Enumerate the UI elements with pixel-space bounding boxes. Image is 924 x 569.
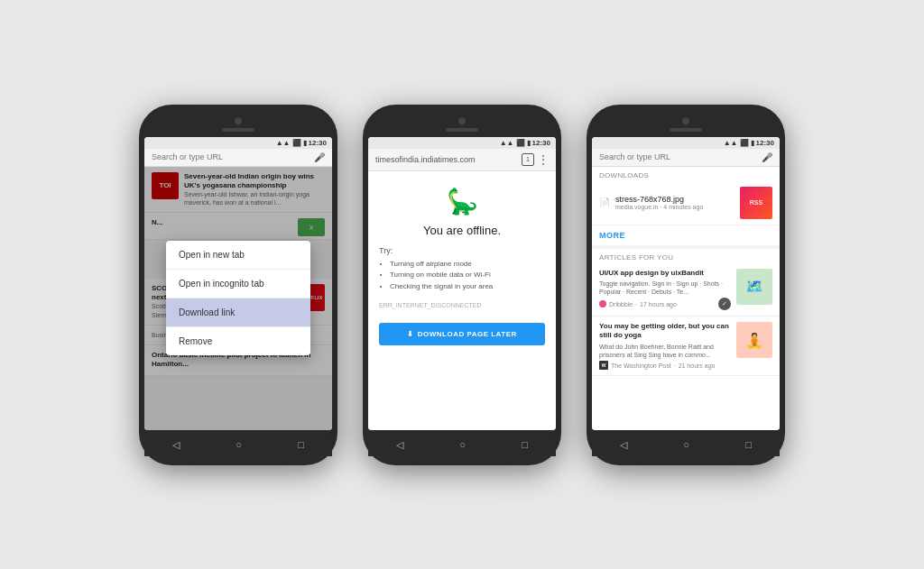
download-info: stress-768x768.jpg media.vogue.in · 4 mi… bbox=[615, 195, 735, 210]
dribbble-icon bbox=[599, 300, 606, 307]
article-time-2: 21 hours ago bbox=[679, 363, 716, 369]
back-btn-1[interactable]: ◁ bbox=[172, 439, 180, 451]
context-menu: Open in new tab Open in incognito tab Do… bbox=[166, 241, 310, 355]
status-bar-3: ▲▲ ⬛ ▮ 12:30 bbox=[592, 137, 780, 149]
mic-icon-3: 🎤 bbox=[762, 152, 772, 162]
home-btn-2[interactable]: ○ bbox=[459, 439, 466, 450]
article-dot-sep-1: · bbox=[635, 301, 637, 307]
tab-icon-2[interactable]: 1 bbox=[522, 153, 534, 166]
article-title-1: UI/UX app design by uixBandit bbox=[599, 269, 731, 278]
signal-icon-2: ▲▲ bbox=[500, 139, 514, 147]
phone-camera bbox=[235, 117, 242, 124]
phone-speaker-2 bbox=[446, 128, 478, 132]
article-item-1[interactable]: UI/UX app design by uixBandit Toggle nav… bbox=[592, 263, 780, 317]
wifi-icon: ⬛ bbox=[292, 139, 301, 147]
try-label: Try: bbox=[379, 246, 393, 255]
article-dot-sep-2: · bbox=[674, 363, 676, 369]
address-bar-1: 🎤 bbox=[144, 149, 332, 167]
status-icons-1: ▲▲ ⬛ ▮ 12:30 bbox=[276, 139, 327, 147]
article-info-1: UI/UX app design by uixBandit Toggle nav… bbox=[599, 269, 731, 311]
phone-1-screen: ▲▲ ⬛ ▮ 12:30 🎤 TOI Seven-year-old Indian… bbox=[144, 137, 332, 430]
status-bar-2: ▲▲ ⬛ ▮ 12:30 bbox=[368, 137, 556, 149]
try-list: Turning off airplane mode Turning on mob… bbox=[379, 259, 493, 293]
back-btn-2[interactable]: ◁ bbox=[396, 439, 403, 451]
offline-content: 🦕 You are offline. Try: Turning off airp… bbox=[368, 171, 556, 430]
home-btn-1[interactable]: ○ bbox=[236, 439, 242, 450]
downloads-content: Downloads 📄 stress-768x768.jpg media.vog… bbox=[592, 167, 780, 430]
try-item-2: Turning on mobile data or Wi-Fi bbox=[390, 270, 493, 281]
phone-camera-3 bbox=[682, 117, 689, 124]
phone-3-screen: ▲▲ ⬛ ▮ 12:30 🎤 Downloads 📄 stre bbox=[592, 137, 780, 430]
thumb-text: RSS bbox=[750, 199, 762, 206]
context-menu-item-download-link[interactable]: Download link bbox=[166, 298, 310, 327]
download-btn-label: DOWNLOAD PAGE LATER bbox=[418, 330, 517, 338]
news-content-1: TOI Seven-year-old Indian origin boy win… bbox=[144, 167, 332, 430]
try-item-3: Checking the signal in your area bbox=[390, 281, 493, 293]
recents-btn-2[interactable]: □ bbox=[522, 439, 528, 450]
article-meta-2: W The Washington Post · 21 hours ago bbox=[599, 361, 731, 370]
try-item-1: Turning off airplane mode bbox=[390, 259, 493, 271]
phone-3: ▲▲ ⬛ ▮ 12:30 🎤 Downloads 📄 stre bbox=[587, 105, 785, 465]
status-time-1: 12:30 bbox=[309, 139, 327, 147]
scene: ▲▲ ⬛ ▮ 12:30 🎤 TOI Seven-year-old Indian… bbox=[0, 0, 924, 569]
download-thumb: RSS bbox=[740, 187, 772, 219]
recents-btn-1[interactable]: □ bbox=[298, 439, 304, 450]
articles-label: Articles for you bbox=[592, 249, 780, 263]
downloads-section: Downloads 📄 stress-768x768.jpg media.vog… bbox=[592, 167, 780, 245]
status-icons-2: ▲▲ ⬛ ▮ 12:30 bbox=[500, 139, 550, 147]
article-source-2: The Washington Post bbox=[611, 363, 671, 369]
battery-icon: ▮ bbox=[303, 139, 307, 147]
twp-icon: W bbox=[599, 361, 608, 370]
phone-1: ▲▲ ⬛ ▮ 12:30 🎤 TOI Seven-year-old Indian… bbox=[139, 105, 337, 465]
status-time-2: 12:30 bbox=[532, 139, 550, 147]
article-item-2[interactable]: You may be getting older, but you can st… bbox=[592, 317, 780, 376]
address-bar-3: 🎤 bbox=[592, 149, 780, 167]
articles-section: Articles for you UI/UX app design by uix… bbox=[592, 249, 780, 430]
phone-2-screen: ▲▲ ⬛ ▮ 12:30 timesofindia.indiatimes.com… bbox=[368, 137, 556, 430]
more-button[interactable]: MORE bbox=[592, 225, 633, 245]
download-filename: stress-768x768.jpg bbox=[615, 195, 735, 204]
signal-icon: ▲▲ bbox=[276, 139, 291, 147]
battery-icon-3: ▮ bbox=[751, 139, 754, 147]
home-btn-3[interactable]: ○ bbox=[683, 439, 689, 450]
article-thumb-2: 🧘 bbox=[736, 322, 772, 358]
file-icon: 📄 bbox=[599, 197, 610, 207]
status-time-3: 12:30 bbox=[756, 139, 774, 147]
mic-icon-1: 🎤 bbox=[314, 152, 325, 162]
article-body-1: Toggle navigation. Sign in · Sign up · S… bbox=[599, 280, 731, 296]
offline-title: You are offline. bbox=[423, 224, 501, 237]
download-page-later-btn[interactable]: ⬇ DOWNLOAD PAGE LATER bbox=[379, 323, 545, 345]
phone-speaker bbox=[222, 128, 254, 132]
check-circle-1[interactable]: ✓ bbox=[718, 298, 731, 310]
phone-speaker-3 bbox=[670, 128, 702, 132]
status-icons-3: ▲▲ ⬛ ▮ 12:30 bbox=[724, 139, 774, 147]
url-label-2[interactable]: timesofindia.indiatimes.com bbox=[375, 155, 518, 164]
address-bar-2: timesofindia.indiatimes.com 1 ⋮ bbox=[368, 149, 556, 171]
search-input-3[interactable] bbox=[599, 152, 758, 161]
article-thumb-icon-2: 🧘 bbox=[745, 332, 763, 349]
article-time-1: 17 hours ago bbox=[640, 301, 677, 307]
article-meta-1: Dribbble · 17 hours ago ✓ bbox=[599, 298, 731, 310]
err-code: ERR_INTERNET_DISCONNECTED bbox=[379, 302, 482, 308]
article-source-1: Dribbble bbox=[609, 301, 633, 307]
context-menu-item-remove[interactable]: Remove bbox=[166, 327, 310, 355]
battery-icon-2: ▮ bbox=[527, 139, 531, 147]
phone-2: ▲▲ ⬛ ▮ 12:30 timesofindia.indiatimes.com… bbox=[363, 105, 561, 465]
context-menu-overlay: Open in new tab Open in incognito tab Do… bbox=[144, 167, 332, 430]
search-input-1[interactable] bbox=[152, 152, 310, 161]
nav-bar-3: ◁ ○ □ bbox=[592, 434, 780, 456]
wifi-icon-3: ⬛ bbox=[740, 139, 749, 147]
context-menu-item-open-incognito[interactable]: Open in incognito tab bbox=[166, 270, 310, 298]
download-icon-btn: ⬇ bbox=[407, 330, 414, 338]
nav-bar-1: ◁ ○ □ bbox=[144, 434, 332, 456]
download-source: media.vogue.in · 4 minutes ago bbox=[615, 204, 735, 210]
article-thumb-icon-1: 🗺️ bbox=[745, 278, 763, 295]
menu-dots-2[interactable]: ⋮ bbox=[538, 153, 549, 166]
recents-btn-3[interactable]: □ bbox=[745, 439, 752, 450]
downloads-label: Downloads bbox=[592, 167, 780, 181]
download-item[interactable]: 📄 stress-768x768.jpg media.vogue.in · 4 … bbox=[592, 181, 780, 225]
signal-icon-3: ▲▲ bbox=[724, 139, 738, 147]
context-menu-item-open-new-tab[interactable]: Open in new tab bbox=[166, 241, 310, 270]
article-info-2: You may be getting older, but you can st… bbox=[599, 322, 731, 370]
back-btn-3[interactable]: ◁ bbox=[620, 439, 627, 451]
